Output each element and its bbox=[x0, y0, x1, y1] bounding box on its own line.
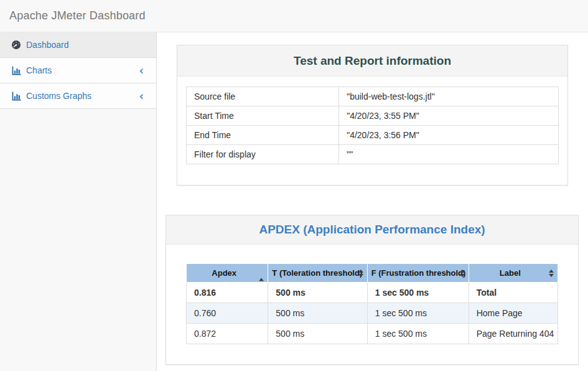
panel-body: Source file "build-web-test-logs.jtl" St… bbox=[177, 77, 567, 185]
column-header-apdex[interactable]: Apdex bbox=[187, 264, 268, 283]
sidebar-item-label: Dashboard bbox=[26, 40, 149, 50]
info-value: "" bbox=[339, 145, 559, 164]
test-report-info-title: Test and Report information bbox=[294, 54, 451, 68]
app-title[interactable]: Apache JMeter Dashboard bbox=[9, 9, 146, 22]
panel-body: Apdex T (Toleration threshold) F (Frustr… bbox=[166, 245, 578, 364]
apdex-panel: APDEX (Application Performance Index) Ap… bbox=[166, 215, 579, 365]
frustration-value: 1 sec 500 ms bbox=[367, 303, 469, 324]
bar-chart-icon bbox=[11, 91, 21, 101]
panel-heading: Test and Report information bbox=[177, 45, 567, 77]
dashboard-gauge-icon bbox=[11, 40, 21, 50]
sidebar: Dashboard Charts ‹ bbox=[0, 32, 157, 371]
panel-heading: APDEX (Application Performance Index) bbox=[166, 215, 578, 245]
sort-ascending-icon[interactable] bbox=[259, 268, 264, 278]
apdex-value: 0.816 bbox=[187, 283, 268, 303]
sidebar-item-dashboard[interactable]: Dashboard bbox=[0, 32, 156, 58]
sort-both-icon[interactable] bbox=[549, 270, 554, 277]
frustration-value: 1 sec 500 ms bbox=[367, 283, 469, 303]
apdex-value: 0.760 bbox=[187, 303, 268, 324]
toleration-value: 500 ms bbox=[268, 283, 367, 303]
table-header-row: Apdex T (Toleration threshold) F (Frustr… bbox=[187, 264, 558, 283]
column-header-toleration[interactable]: T (Toleration threshold) bbox=[268, 264, 367, 283]
apdex-value: 0.872 bbox=[187, 324, 268, 344]
label-value: Page Returning 404 bbox=[469, 324, 558, 344]
table-row: 0.872 500 ms 1 sec 500 ms Page Returning… bbox=[187, 324, 558, 344]
toleration-value: 500 ms bbox=[268, 324, 367, 344]
info-label: Filter for display bbox=[187, 145, 339, 164]
chevron-left-icon[interactable]: ‹ bbox=[139, 92, 149, 100]
table-row-total: 0.816 500 ms 1 sec 500 ms Total bbox=[187, 283, 558, 303]
main-content: Test and Report information Source file … bbox=[157, 32, 588, 371]
info-value: "4/20/23, 3:56 PM" bbox=[339, 126, 559, 145]
table-row: Filter for display "" bbox=[187, 145, 559, 164]
info-label: End Time bbox=[187, 126, 339, 145]
apdex-title: APDEX (Application Performance Index) bbox=[259, 223, 485, 237]
chevron-left-icon[interactable]: ‹ bbox=[139, 66, 149, 75]
label-value: Total bbox=[469, 283, 558, 303]
toleration-value: 500 ms bbox=[268, 303, 367, 324]
sidebar-item-charts[interactable]: Charts ‹ bbox=[0, 58, 156, 83]
info-value: "4/20/23, 3:55 PM" bbox=[339, 106, 559, 126]
sidebar-item-label: Customs Graphs bbox=[26, 91, 139, 101]
table-row: End Time "4/20/23, 3:56 PM" bbox=[187, 126, 559, 145]
column-header-frustration[interactable]: F (Frustration threshold) bbox=[367, 264, 469, 283]
sidebar-item-label: Charts bbox=[26, 65, 139, 75]
column-header-label[interactable]: Label bbox=[469, 264, 558, 283]
info-value: "build-web-test-logs.jtl" bbox=[339, 87, 559, 106]
table-row: 0.760 500 ms 1 sec 500 ms Home Page bbox=[187, 303, 558, 324]
sidebar-item-customs-graphs[interactable]: Customs Graphs ‹ bbox=[0, 83, 156, 109]
top-navbar: Apache JMeter Dashboard bbox=[0, 0, 588, 32]
frustration-value: 1 sec 500 ms bbox=[367, 324, 469, 344]
label-value: Home Page bbox=[469, 303, 558, 324]
sort-both-icon[interactable] bbox=[460, 270, 465, 277]
bar-chart-icon bbox=[11, 65, 21, 75]
info-label: Source file bbox=[187, 87, 339, 106]
sort-both-icon[interactable] bbox=[358, 270, 363, 277]
table-row: Source file "build-web-test-logs.jtl" bbox=[187, 87, 559, 106]
apdex-table: Apdex T (Toleration threshold) F (Frustr… bbox=[186, 263, 558, 344]
test-info-table: Source file "build-web-test-logs.jtl" St… bbox=[186, 87, 559, 164]
table-row: Start Time "4/20/23, 3:55 PM" bbox=[187, 106, 559, 126]
test-report-info-panel: Test and Report information Source file … bbox=[177, 45, 568, 186]
info-label: Start Time bbox=[187, 106, 339, 126]
